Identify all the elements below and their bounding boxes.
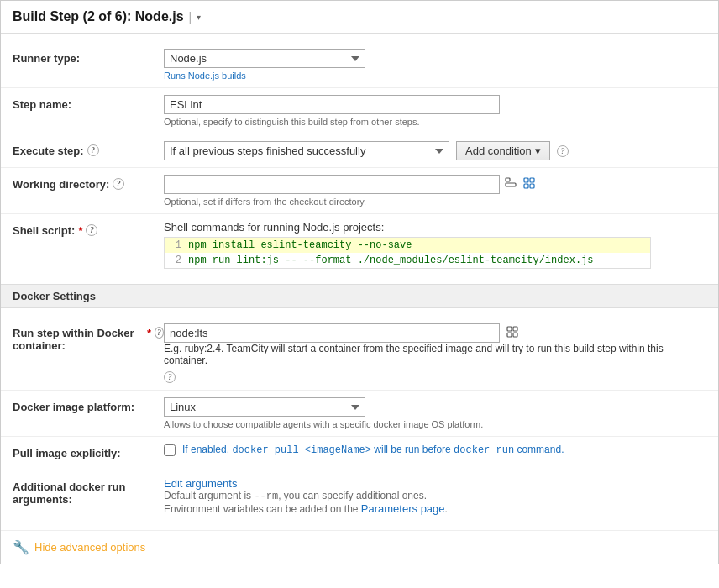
execute-step-select[interactable]: If all previous steps finished successfu…	[164, 141, 449, 160]
docker-platform-row: Docker image platform: Linux Allows to c…	[1, 391, 718, 437]
svg-rect-1	[506, 183, 516, 186]
shell-script-label: Shell script: * ?	[13, 221, 164, 237]
working-dir-controls	[164, 175, 706, 194]
docker-run-step-help-icon[interactable]: ?	[155, 327, 164, 339]
working-dir-input[interactable]	[164, 175, 500, 194]
pull-image-help-text: If enabled, docker pull <imageName> will…	[182, 444, 564, 456]
step-name-control: Optional, specify to distinguish this bu…	[164, 95, 706, 127]
line-num-2: 2	[165, 255, 188, 266]
pull-image-control: If enabled, docker pull <imageName> will…	[164, 444, 706, 456]
step-name-help: Optional, specify to distinguish this bu…	[164, 117, 706, 127]
shell-script-required: *	[78, 224, 82, 237]
svg-rect-5	[530, 184, 534, 188]
runner-type-row: Runner type: Node.js Runs Node.js builds	[1, 42, 718, 88]
svg-rect-6	[507, 327, 512, 331]
page-title: Build Step (2 of 6): Node.js	[13, 9, 184, 24]
additional-args-label: Additional docker run arguments:	[13, 477, 164, 506]
svg-rect-7	[513, 327, 517, 331]
shell-script-code[interactable]: 1 npm install eslint-teamcity --no-save …	[164, 237, 651, 269]
shell-script-desc: Shell commands for running Node.js proje…	[164, 221, 706, 234]
working-dir-control: Optional, set if differs from the checko…	[164, 175, 706, 207]
wrench-icon: 🔧	[13, 539, 29, 555]
code-line-1: 1 npm install eslint-teamcity --no-save	[165, 238, 650, 253]
footer-row: 🔧 Hide advanced options	[1, 530, 718, 564]
docker-run-step-control: E.g. ruby:2.4. TeamCity will start a con…	[164, 323, 706, 383]
svg-rect-3	[530, 178, 534, 182]
page-container: Build Step (2 of 6): Node.js | ▾ Runner …	[0, 0, 719, 564]
pull-image-checkbox-row: If enabled, docker pull <imageName> will…	[164, 444, 706, 456]
svg-rect-4	[524, 184, 528, 188]
step-name-input[interactable]	[164, 95, 500, 114]
working-dir-row: Working directory: ?	[1, 168, 718, 214]
docker-run-step-help-icon2[interactable]: ?	[164, 371, 176, 383]
svg-rect-9	[513, 333, 517, 337]
svg-rect-0	[506, 178, 510, 181]
pull-image-row: Pull image explicitly: If enabled, docke…	[1, 437, 718, 470]
pull-image-checkbox[interactable]	[164, 444, 176, 456]
add-condition-help-icon[interactable]: ?	[557, 145, 569, 157]
line-content-2: npm run lint:js -- --format ./node_modul…	[188, 255, 593, 266]
runner-type-help: Runs Node.js builds	[164, 71, 706, 81]
docker-run-step-label: Run step within Docker container: * ?	[13, 323, 164, 352]
step-name-label: Step name:	[13, 95, 164, 111]
edit-arguments-link[interactable]: Edit arguments	[164, 477, 237, 490]
additional-args-control: Edit arguments Default argument is --rm,…	[164, 477, 706, 515]
svg-rect-2	[524, 178, 528, 182]
form-body: Runner type: Node.js Runs Node.js builds…	[1, 34, 718, 284]
runner-type-select[interactable]: Node.js	[164, 49, 365, 68]
line-content-1: npm install eslint-teamcity --no-save	[188, 239, 412, 251]
execute-step-control: If all previous steps finished successfu…	[164, 141, 706, 160]
additional-args-desc2: Environment variables can be added on th…	[164, 502, 706, 515]
parameters-page-link[interactable]: Parameters page	[361, 502, 445, 515]
additional-args-row: Additional docker run arguments: Edit ar…	[1, 470, 718, 522]
docker-platform-help: Allows to choose compatible agents with …	[164, 419, 706, 429]
page-header: Build Step (2 of 6): Node.js | ▾	[1, 1, 718, 34]
docker-form-body: Run step within Docker container: * ?	[1, 308, 718, 530]
docker-platform-select[interactable]: Linux	[164, 397, 365, 417]
additional-args-desc1: Default argument is --rm, you can specif…	[164, 490, 706, 502]
working-dir-tree-icon[interactable]	[503, 177, 518, 192]
docker-container-input[interactable]	[164, 323, 500, 343]
execute-step-label: Execute step: ?	[13, 141, 164, 157]
runner-type-label: Runner type:	[13, 49, 164, 65]
docker-section-header: Docker Settings	[1, 284, 718, 308]
shell-script-help-icon[interactable]: ?	[86, 224, 97, 236]
working-dir-help-icon[interactable]: ?	[113, 178, 124, 190]
header-dropdown-icon[interactable]: ▾	[197, 13, 201, 22]
working-dir-help: Optional, set if differs from the checko…	[164, 197, 706, 207]
working-dir-grid-icon[interactable]	[522, 177, 537, 192]
docker-platform-label: Docker image platform:	[13, 397, 164, 413]
execute-step-controls: If all previous steps finished successfu…	[164, 141, 706, 160]
docker-run-step-row: Run step within Docker container: * ?	[1, 317, 718, 391]
runner-type-control: Node.js Runs Node.js builds	[164, 49, 706, 81]
step-name-row: Step name: Optional, specify to distingu…	[1, 88, 718, 134]
execute-step-help-icon[interactable]: ?	[87, 144, 99, 156]
docker-run-step-required: *	[147, 327, 151, 339]
code-line-2: 2 npm run lint:js -- --format ./node_mod…	[165, 253, 650, 268]
shell-script-control: Shell commands for running Node.js proje…	[164, 221, 706, 269]
shell-script-row: Shell script: * ? Shell commands for run…	[1, 214, 718, 276]
docker-container-grid-icon[interactable]	[505, 326, 520, 341]
svg-rect-8	[507, 333, 512, 337]
docker-run-step-desc: E.g. ruby:2.4. TeamCity will start a con…	[164, 343, 706, 366]
line-num-1: 1	[165, 239, 188, 251]
docker-platform-control: Linux Allows to choose compatible agents…	[164, 397, 706, 429]
hide-advanced-link[interactable]: Hide advanced options	[34, 541, 145, 554]
working-dir-label: Working directory: ?	[13, 175, 164, 191]
add-condition-button[interactable]: Add condition ▾	[456, 141, 550, 160]
execute-step-row: Execute step: ? If all previous steps fi…	[1, 134, 718, 168]
header-divider: |	[189, 10, 192, 24]
pull-image-label: Pull image explicitly:	[13, 444, 164, 459]
